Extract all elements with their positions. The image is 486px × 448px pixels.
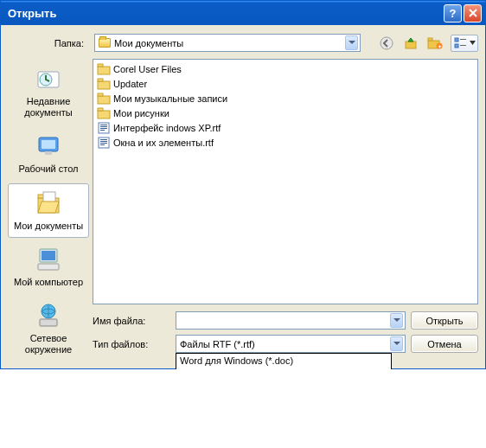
svg-rect-40	[100, 144, 105, 145]
filetype-row: Тип файлов: Файлы RTF (*.rtf) Отмена	[93, 335, 478, 353]
folder-item[interactable]: Мои музыкальные записи	[95, 91, 476, 106]
filetype-label: Тип файлов:	[93, 339, 170, 349]
file-item[interactable]: Окна и их элементы.rtf	[95, 135, 476, 150]
desktop-icon	[35, 132, 62, 160]
up-icon	[404, 36, 418, 50]
chevron-down-icon[interactable]	[390, 313, 403, 328]
mydocs-icon	[35, 189, 62, 217]
svg-rect-13	[42, 140, 55, 149]
recent-icon	[35, 65, 62, 93]
open-dialog: Открыть ? Папка: Мои документы ✦	[0, 0, 486, 369]
svg-rect-9	[460, 45, 466, 46]
file-name: Мои музыкальные записи	[113, 93, 227, 104]
svg-rect-8	[460, 39, 466, 40]
svg-rect-1	[406, 42, 416, 48]
lookin-row: Папка: Мои документы ✦	[8, 34, 478, 52]
chevron-down-icon[interactable]	[390, 336, 403, 351]
place-mycomputer[interactable]: Мой компьютер	[8, 240, 89, 294]
svg-rect-14	[45, 151, 52, 155]
svg-rect-24	[98, 64, 103, 67]
svg-rect-27	[98, 96, 110, 104]
place-recent[interactable]: Недавние документы	[8, 59, 89, 125]
computer-icon	[35, 246, 62, 273]
file-name: Интерфейс indows XP.rtf	[113, 123, 221, 133]
file-name: Окна и их элементы.rtf	[113, 138, 214, 148]
titlebar[interactable]: Открыть ?	[1, 1, 485, 25]
places-bar: Недавние документы Рабочий стол Мои доку…	[8, 59, 89, 362]
place-label: Недавние документы	[10, 96, 86, 118]
svg-rect-7	[455, 44, 458, 48]
open-button[interactable]: Открыть	[411, 311, 478, 330]
place-label: Мой компьютер	[14, 277, 83, 288]
help-button[interactable]: ?	[444, 4, 462, 22]
cancel-button[interactable]: Отмена	[411, 335, 478, 353]
svg-rect-39	[100, 143, 107, 144]
svg-rect-29	[98, 111, 110, 118]
folder-icon	[97, 78, 111, 90]
svg-rect-30	[98, 108, 103, 111]
network-icon	[35, 302, 62, 330]
toolbar: ✦	[378, 35, 478, 52]
svg-rect-20	[38, 264, 59, 270]
filetype-option[interactable]: Word для Windows (*.doc)	[176, 354, 391, 367]
place-label: Рабочий стол	[18, 163, 78, 175]
filename-row: Имя файла: Открыть	[93, 311, 478, 330]
close-button[interactable]	[464, 4, 482, 22]
folder-icon	[99, 38, 111, 48]
svg-rect-28	[98, 93, 103, 96]
svg-rect-32	[100, 125, 107, 125]
filetype-option[interactable]: Windows Write (*.WRI)	[176, 367, 391, 369]
folder-icon	[97, 63, 111, 75]
filename-input[interactable]	[176, 311, 406, 330]
lookin-combo[interactable]: Мои документы	[94, 34, 361, 52]
svg-rect-19	[42, 251, 55, 260]
filetype-dropdown[interactable]: Word для Windows (*.doc)Windows Write (*…	[176, 353, 392, 369]
folder-item[interactable]: Updater	[95, 76, 476, 91]
svg-rect-3	[428, 38, 432, 41]
chevron-down-icon	[470, 41, 476, 45]
svg-rect-22	[40, 319, 57, 326]
file-list[interactable]: Corel User FilesUpdaterМои музыкальные з…	[93, 59, 478, 304]
file-item[interactable]: Интерфейс indows XP.rtf	[95, 120, 476, 135]
svg-rect-35	[100, 130, 105, 131]
svg-rect-25	[98, 81, 110, 89]
place-desktop[interactable]: Рабочий стол	[8, 126, 89, 181]
rtf-icon	[97, 137, 111, 149]
folder-item[interactable]: Мои рисунки	[95, 106, 476, 120]
filename-label: Имя файла:	[93, 316, 170, 326]
file-name: Мои рисунки	[113, 108, 169, 118]
back-button[interactable]	[378, 35, 395, 52]
new-folder-button[interactable]: ✦	[426, 35, 444, 52]
folder-icon	[97, 107, 111, 119]
lookin-label: Папка:	[8, 38, 89, 48]
svg-rect-33	[100, 126, 107, 127]
svg-rect-34	[100, 128, 107, 129]
chevron-down-icon[interactable]	[345, 35, 358, 50]
svg-rect-38	[100, 141, 107, 142]
place-network[interactable]: Сетевое окружение	[8, 296, 89, 362]
svg-text:✦: ✦	[438, 44, 442, 49]
lookin-value: Мои документы	[114, 38, 345, 48]
file-name: Updater	[113, 79, 147, 89]
file-name: Corel User Files	[113, 64, 182, 74]
svg-rect-26	[98, 79, 103, 81]
svg-rect-37	[100, 139, 107, 140]
svg-rect-6	[455, 38, 458, 42]
close-icon	[469, 9, 477, 17]
folder-icon	[97, 93, 111, 105]
views-button[interactable]	[451, 35, 478, 52]
window-title: Открыть	[8, 7, 442, 20]
new-folder-icon: ✦	[427, 36, 443, 50]
svg-point-0	[380, 37, 393, 49]
up-button[interactable]	[402, 35, 419, 52]
views-icon	[454, 37, 468, 49]
filetype-combo[interactable]: Файлы RTF (*.rtf)	[176, 335, 406, 353]
svg-rect-23	[98, 67, 110, 74]
folder-item[interactable]: Corel User Files	[95, 61, 476, 76]
place-label: Мои документы	[14, 221, 83, 232]
rtf-icon	[97, 122, 111, 134]
place-label: Сетевое окружение	[10, 333, 86, 355]
back-icon	[380, 36, 393, 50]
place-mydocs[interactable]: Мои документы	[8, 183, 89, 238]
